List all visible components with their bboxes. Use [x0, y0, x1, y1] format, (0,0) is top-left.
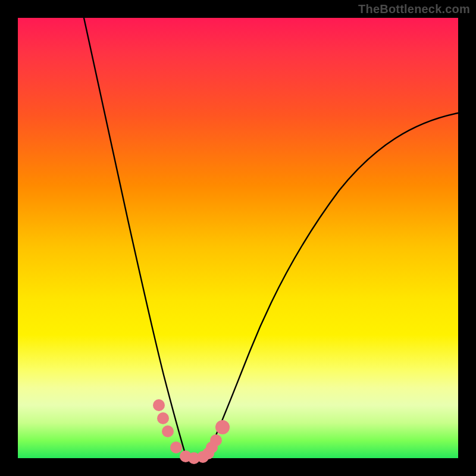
chart-svg — [18, 18, 458, 458]
marker-dot — [210, 434, 222, 446]
watermark-text: TheBottleneck.com — [358, 2, 470, 16]
marker-group — [153, 399, 230, 464]
marker-dot — [162, 425, 174, 437]
chart-frame: TheBottleneck.com — [0, 0, 476, 476]
marker-dot — [157, 412, 169, 424]
right-curve-path — [207, 113, 458, 455]
left-curve-path — [84, 18, 186, 455]
plot-area — [18, 18, 458, 458]
curve-lines — [84, 18, 458, 457]
marker-dot — [170, 441, 182, 453]
marker-dot — [153, 399, 165, 411]
marker-dot-large — [215, 420, 230, 434]
